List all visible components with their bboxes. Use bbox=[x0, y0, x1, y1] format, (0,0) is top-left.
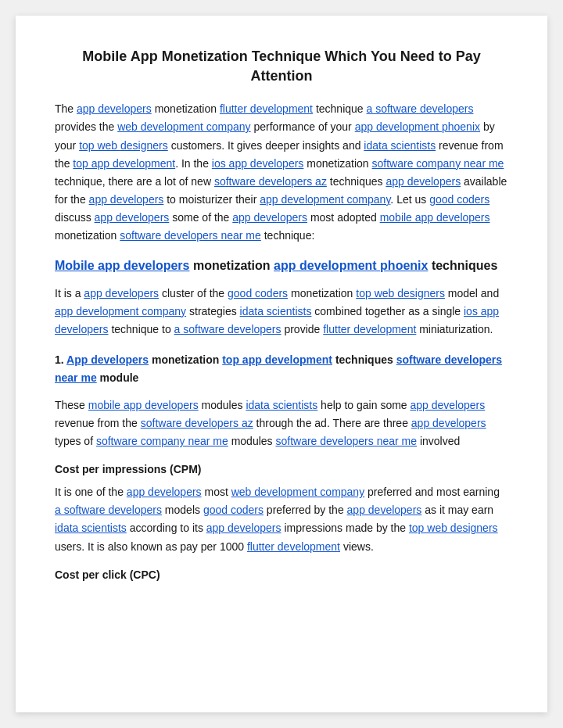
link-app-development-phoenix-heading[interactable]: app development phoenix bbox=[274, 259, 428, 272]
link-software-developers-near-me-3[interactable]: software developers near me bbox=[275, 435, 417, 447]
link-idata-scientists-3[interactable]: idata scientists bbox=[246, 399, 317, 411]
subheading-cpc: Cost per click (CPC) bbox=[55, 568, 508, 581]
link-software-developers-near-me-1[interactable]: software developers near me bbox=[120, 229, 261, 242]
link-ios-app-developers-1[interactable]: ios app developers bbox=[212, 157, 304, 170]
link-software-developers-az-2[interactable]: software developers az bbox=[141, 417, 253, 429]
page-title: Mobile App Monetization Technique Which … bbox=[55, 47, 508, 86]
link-good-coders-2[interactable]: good coders bbox=[228, 287, 288, 299]
link-software-developers-az-1[interactable]: software developers az bbox=[214, 175, 327, 188]
link-app-developers-11[interactable]: app developers bbox=[206, 522, 282, 534]
link-app-developers-2[interactable]: app developers bbox=[385, 175, 461, 188]
link-top-web-designers-2[interactable]: top web designers bbox=[356, 287, 445, 299]
link-app-developers-4[interactable]: app developers bbox=[95, 211, 170, 224]
link-app-developers-numbered-1[interactable]: App developers bbox=[66, 353, 149, 366]
subheading-cpm: Cost per impressions (CPM) bbox=[55, 463, 508, 475]
numbered-heading-1: 1. App developers monetization top app d… bbox=[55, 351, 508, 387]
link-app-developers-8[interactable]: app developers bbox=[411, 417, 486, 429]
link-flutter-development-3[interactable]: flutter development bbox=[247, 540, 340, 553]
page-container: Mobile App Monetization Technique Which … bbox=[16, 16, 547, 712]
link-app-development-company-2[interactable]: app development company bbox=[55, 305, 186, 317]
link-web-development-company-1[interactable]: web development company bbox=[117, 120, 250, 133]
link-app-development-company-1[interactable]: app development company bbox=[260, 193, 390, 206]
link-top-app-development-1[interactable]: top app development bbox=[73, 157, 175, 170]
link-software-company-near-me-2[interactable]: software company near me bbox=[96, 435, 228, 447]
paragraph-4: It is one of the app developers most web… bbox=[55, 483, 508, 555]
link-idata-scientists-4[interactable]: idata scientists bbox=[55, 522, 127, 534]
link-a-software-developers-2[interactable]: a software developers bbox=[174, 323, 282, 335]
link-top-web-designers-1[interactable]: top web designers bbox=[79, 139, 168, 152]
link-mobile-app-developers-1[interactable]: mobile app developers bbox=[380, 211, 490, 224]
link-idata-scientists-1[interactable]: idata scientists bbox=[364, 139, 436, 152]
link-app-developers-9[interactable]: app developers bbox=[127, 486, 202, 498]
section-1-heading: Mobile app developers monetization app d… bbox=[55, 257, 508, 274]
link-mobile-app-developers-heading[interactable]: Mobile app developers bbox=[55, 259, 189, 272]
link-app-developers-10[interactable]: app developers bbox=[347, 504, 422, 516]
link-app-developers-7[interactable]: app developers bbox=[411, 399, 486, 411]
link-app-development-phoenix-1[interactable]: app development phoenix bbox=[355, 120, 480, 133]
link-mobile-app-developers-2[interactable]: mobile app developers bbox=[88, 399, 199, 411]
paragraph-1: The app developers monetization flutter … bbox=[55, 100, 508, 245]
link-a-software-developers-1[interactable]: a software developers bbox=[367, 102, 474, 115]
link-top-web-designers-3[interactable]: top web designers bbox=[409, 522, 498, 534]
link-idata-scientists-2[interactable]: idata scientists bbox=[240, 305, 312, 317]
link-app-developers-5[interactable]: app developers bbox=[232, 211, 307, 224]
link-good-coders-1[interactable]: good coders bbox=[429, 193, 489, 206]
link-app-developers-6[interactable]: app developers bbox=[84, 287, 159, 299]
link-web-development-company-2[interactable]: web development company bbox=[231, 486, 364, 498]
paragraph-2: It is a app developers cluster of the go… bbox=[55, 285, 508, 339]
link-top-app-development-2[interactable]: top app development bbox=[222, 353, 332, 366]
link-good-coders-3[interactable]: good coders bbox=[203, 504, 264, 516]
link-flutter-development-2[interactable]: flutter development bbox=[323, 323, 416, 335]
link-flutter-development-1[interactable]: flutter development bbox=[220, 102, 313, 115]
link-a-software-developers-3[interactable]: a software developers bbox=[55, 504, 162, 516]
link-app-developers-1[interactable]: app developers bbox=[77, 102, 152, 115]
paragraph-3: These mobile app developers modules idat… bbox=[55, 396, 508, 450]
link-software-company-near-me-1[interactable]: software company near me bbox=[372, 157, 504, 170]
link-app-developers-3[interactable]: app developers bbox=[89, 193, 164, 206]
